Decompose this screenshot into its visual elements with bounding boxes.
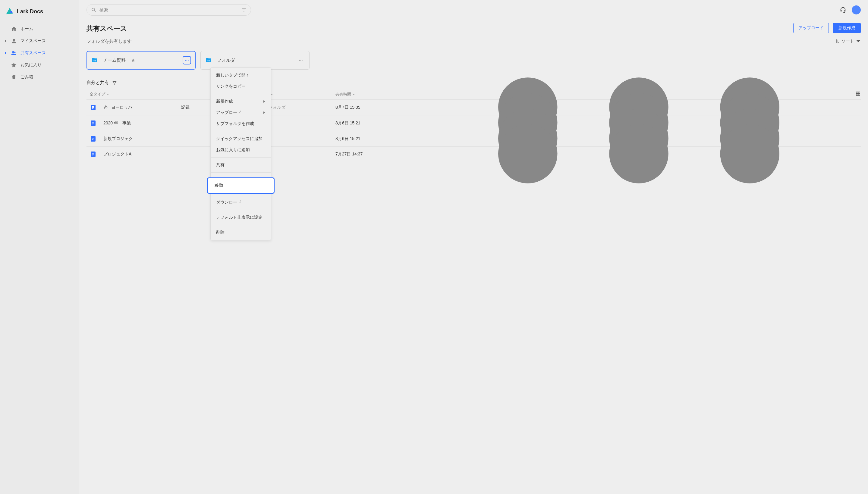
doc-icon xyxy=(90,135,97,142)
lark-logo-icon xyxy=(5,7,14,16)
star-icon xyxy=(11,62,17,68)
menu-add-favorite[interactable]: お気に入りに追加 xyxy=(211,144,271,155)
row-more-button[interactable] xyxy=(417,372,861,377)
row-name-suffix: 記録 xyxy=(181,105,189,110)
menu-delete[interactable]: 削除 xyxy=(211,227,271,238)
sidebar-item-favorites[interactable]: お気に入り xyxy=(2,59,77,71)
svg-point-12 xyxy=(207,60,208,61)
col-time-label: 共有時間 xyxy=(335,92,351,97)
row-time: 7月27日 14:37 xyxy=(335,152,417,157)
svg-point-49 xyxy=(720,124,779,183)
shared-folder-icon xyxy=(205,57,212,64)
timer-icon xyxy=(104,105,108,110)
svg-point-48 xyxy=(609,124,668,183)
svg-rect-44 xyxy=(92,153,94,154)
svg-line-4 xyxy=(94,11,96,12)
svg-point-10 xyxy=(187,60,187,60)
trash-icon xyxy=(11,74,17,80)
sort-icon xyxy=(835,39,840,44)
row-time: 8月6日 15:21 xyxy=(335,136,417,141)
documents-table: 全タイプ パス 共有時間 ヨーロッパ 記録 xyxy=(79,89,868,162)
menu-copy-link[interactable]: リンクをコピー xyxy=(211,81,271,92)
menu-create-subfolder[interactable]: サブフォルダを作成 xyxy=(211,118,271,129)
table-row[interactable]: プロジェクトA — 7月27日 14:37 xyxy=(87,146,861,162)
row-name-text: 2020 年 事業 xyxy=(104,120,131,126)
menu-set-default-hidden[interactable]: デフォルト非表示に設定 xyxy=(211,212,271,223)
svg-rect-23 xyxy=(92,107,94,108)
filter-lines-icon[interactable] xyxy=(241,7,246,13)
sidebar-item-label: マイスペース xyxy=(20,38,46,44)
section-title-text: 自分と共有 xyxy=(87,80,109,86)
search-icon xyxy=(91,7,96,13)
create-button[interactable]: 新規作成 xyxy=(833,23,861,33)
sidebar-item-home[interactable]: ホーム xyxy=(2,23,77,35)
home-icon xyxy=(11,26,17,32)
svg-point-11 xyxy=(188,60,188,60)
menu-rename[interactable]: 名前の変更 xyxy=(211,174,271,186)
folder-card-team[interactable]: チーム資料 xyxy=(87,51,196,70)
svg-rect-39 xyxy=(92,139,93,140)
search-input[interactable] xyxy=(99,7,238,12)
upload-button[interactable]: アップロード xyxy=(793,23,829,33)
svg-point-3 xyxy=(92,8,95,11)
sidebar: Lark Docs ホーム マイスペース 共有スペース お気に入り ごみ箱 xyxy=(0,0,79,494)
menu-label: 削除 xyxy=(216,230,224,235)
menu-add-quickaccess[interactable]: クイックアクセスに追加 xyxy=(211,133,271,144)
row-path: フォルダ xyxy=(261,105,335,110)
folder-card-generic[interactable]: フォルダ xyxy=(200,51,310,70)
menu-open-new-tab[interactable]: 新しいタブで開く xyxy=(211,70,271,81)
menu-label: 名前の変更 xyxy=(216,177,237,183)
sort-toggle[interactable]: ソート xyxy=(835,39,861,44)
row-path: — xyxy=(261,121,335,126)
shared-folder-icon xyxy=(91,57,98,64)
col-path[interactable]: パス xyxy=(261,92,335,97)
person-icon xyxy=(11,38,17,44)
caret-down-icon xyxy=(856,39,861,44)
menu-label: ダウンロード xyxy=(216,200,241,205)
menu-download[interactable]: ダウンロード xyxy=(211,197,271,208)
menu-create-new[interactable]: 新規作成 xyxy=(211,96,271,107)
card-more-button[interactable] xyxy=(183,56,191,64)
sidebar-item-label: 共有スペース xyxy=(20,50,46,56)
menu-share[interactable]: 共有 xyxy=(211,159,271,170)
row-path: — xyxy=(261,152,335,157)
menu-upload[interactable]: アップロード xyxy=(211,107,271,118)
menu-label: クイックアクセスに追加 xyxy=(216,136,262,141)
app-name: Lark Docs xyxy=(17,8,43,15)
menu-label: サブフォルダを作成 xyxy=(216,121,254,127)
svg-point-2 xyxy=(14,52,16,53)
svg-rect-22 xyxy=(92,106,94,107)
menu-label: アップロード xyxy=(216,110,241,115)
menu-move[interactable]: 移動 xyxy=(211,186,271,197)
doc-icon xyxy=(90,104,97,111)
sidebar-item-label: ホーム xyxy=(20,26,33,32)
menu-label: リンクをコピー xyxy=(216,84,246,89)
col-time[interactable]: 共有時間 xyxy=(335,92,417,97)
card-more-button[interactable] xyxy=(297,56,305,64)
filter-icon[interactable] xyxy=(112,80,117,85)
svg-rect-31 xyxy=(92,123,94,124)
row-path: — xyxy=(261,136,335,141)
row-name-text: プロジェクトA xyxy=(104,152,131,157)
sidebar-item-myspace[interactable]: マイスペース xyxy=(2,35,77,47)
star-icon xyxy=(131,58,135,62)
caret-down-icon xyxy=(352,93,355,96)
caret-down-icon xyxy=(106,93,109,96)
svg-rect-24 xyxy=(92,108,93,109)
folder-card-title: フォルダ xyxy=(217,58,235,63)
svg-point-15 xyxy=(300,60,301,60)
menu-label: デフォルト非表示に設定 xyxy=(216,215,262,220)
svg-rect-46 xyxy=(92,155,93,155)
sort-label: ソート xyxy=(842,39,854,44)
sidebar-item-trash[interactable]: ごみ箱 xyxy=(2,71,77,83)
svg-rect-38 xyxy=(92,138,94,139)
caret-right-icon xyxy=(4,52,7,55)
menu-label: 共有 xyxy=(216,163,224,168)
sidebar-item-shared[interactable]: 共有スペース xyxy=(2,47,77,59)
row-time: 8月6日 15:21 xyxy=(335,120,417,126)
row-name-text: 新規プロジェク xyxy=(104,136,133,141)
menu-label: お気に入りに追加 xyxy=(216,147,250,153)
svg-rect-30 xyxy=(92,122,94,122)
svg-point-13 xyxy=(208,60,210,61)
search-box[interactable] xyxy=(87,4,251,16)
